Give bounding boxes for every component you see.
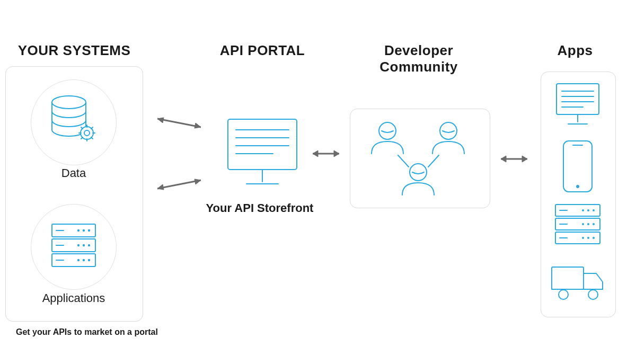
server-icon [551,201,604,250]
svg-line-36 [398,155,409,167]
svg-point-53 [593,209,595,211]
heading-api-portal: API PORTAL [188,42,337,59]
svg-rect-63 [552,267,584,289]
svg-point-14 [77,229,80,232]
svg-point-56 [593,223,595,225]
svg-marker-68 [195,123,201,128]
svg-marker-75 [313,150,318,157]
svg-point-18 [83,244,85,246]
database-gear-icon [48,93,101,151]
svg-line-8 [91,137,93,139]
people-group-icon [358,114,480,204]
svg-point-51 [582,209,584,211]
heading-your-systems: YOUR SYSTEMS [0,42,148,59]
svg-point-65 [559,290,568,299]
svg-rect-45 [563,141,592,192]
svg-point-55 [587,223,589,225]
heading-apps: Apps [530,42,620,59]
svg-line-37 [428,155,439,167]
svg-marker-78 [501,156,506,162]
svg-point-16 [88,229,90,232]
svg-rect-38 [556,84,599,114]
svg-line-10 [91,127,93,129]
svg-point-47 [576,185,579,188]
svg-point-15 [83,229,85,232]
truck-icon [549,260,607,307]
svg-line-70 [157,180,201,189]
svg-rect-26 [228,119,297,170]
svg-marker-72 [157,184,164,190]
svg-line-67 [157,119,201,127]
svg-point-20 [77,259,80,261]
svg-point-22 [88,259,90,261]
svg-point-19 [88,244,90,246]
svg-point-21 [83,259,85,261]
server-icon [49,220,99,273]
svg-point-59 [593,237,595,239]
svg-point-52 [587,209,589,211]
label-applications: Applications [24,291,123,305]
monitor-screen-icon [551,79,604,132]
arrow-developer-to-apps [496,154,533,164]
arrow-portal-to-developer [307,148,344,159]
svg-point-17 [77,244,80,246]
label-storefront: Your API Storefront [180,201,339,215]
svg-point-57 [582,237,584,239]
svg-line-9 [81,137,83,139]
svg-marker-74 [334,150,339,157]
arrow-systems-to-portal-upper [150,111,208,132]
heading-developer-community: Developer Community [339,42,498,75]
svg-marker-71 [195,179,201,184]
svg-point-58 [587,237,589,239]
label-data: Data [24,166,123,180]
svg-point-54 [582,223,584,225]
smartphone-icon [559,138,596,196]
caption: Get your APIs to market on a portal [16,327,158,337]
diagram-canvas: YOUR SYSTEMS API PORTAL Developer Commun… [0,0,636,364]
svg-marker-69 [157,118,164,123]
svg-line-7 [81,127,83,129]
arrow-systems-to-portal-lower [150,175,208,196]
monitor-screen-icon [223,114,302,193]
svg-point-0 [52,96,86,109]
svg-point-66 [588,290,598,299]
svg-marker-77 [522,156,527,162]
